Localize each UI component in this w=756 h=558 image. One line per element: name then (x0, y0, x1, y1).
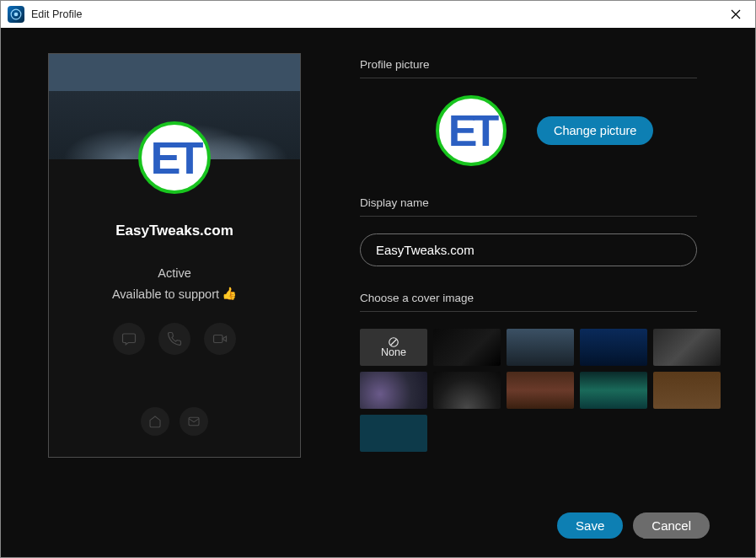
divider (360, 216, 697, 217)
footer-row (141, 407, 208, 436)
close-button[interactable] (716, 1, 755, 28)
svg-line-7 (391, 340, 397, 346)
call-button[interactable] (158, 323, 190, 355)
edit-profile-window: Edit Profile ET EasyTweaks.com Active Av… (0, 0, 756, 558)
action-row (113, 323, 236, 355)
availability-line: Available to support 👍 (112, 287, 237, 301)
chat-button[interactable] (113, 323, 145, 355)
cover-option-6[interactable] (360, 372, 427, 409)
content-area: ET EasyTweaks.com Active Available to su… (1, 28, 755, 557)
cover-option-7[interactable] (433, 372, 501, 409)
profile-picture-preview: ET (436, 95, 507, 166)
display-name-preview: EasyTweaks.com (115, 223, 233, 239)
display-name-input[interactable] (360, 233, 697, 266)
phone-icon (167, 331, 182, 346)
svg-point-1 (14, 13, 19, 17)
cover-option-4[interactable] (580, 329, 647, 366)
cover-option-5[interactable] (653, 329, 721, 366)
cover-option-11[interactable] (360, 415, 427, 452)
video-icon (212, 331, 228, 346)
close-icon (731, 9, 741, 19)
avatar-preview: ET (138, 121, 211, 194)
chat-icon (121, 331, 137, 346)
profile-picture-row: ET Change picture (360, 95, 697, 166)
home-button[interactable] (141, 407, 169, 436)
mail-button[interactable] (180, 407, 208, 436)
save-button[interactable]: Save (557, 512, 623, 539)
change-picture-button[interactable]: Change picture (537, 116, 653, 145)
window-title: Edit Profile (31, 8, 82, 20)
form-area: Profile picture ET Change picture Displa… (301, 53, 697, 537)
titlebar: Edit Profile (1, 1, 755, 28)
cover-option-8[interactable] (507, 372, 574, 409)
app-icon (8, 6, 24, 23)
profile-picture-label: Profile picture (360, 58, 697, 71)
avatar-text-form: ET (448, 109, 494, 153)
home-icon (148, 415, 162, 428)
bottom-button-bar: Save Cancel (557, 512, 710, 539)
avatar-text: ET (150, 135, 198, 180)
cover-image-grid: None (360, 329, 697, 452)
cover-image-label: Choose a cover image (360, 292, 697, 304)
video-button[interactable] (204, 323, 236, 355)
cover-option-9[interactable] (580, 372, 647, 409)
availability-text: Available to support (112, 287, 219, 301)
cover-option-10[interactable] (653, 372, 721, 409)
mail-icon (187, 415, 201, 428)
profile-preview-card: ET EasyTweaks.com Active Available to su… (48, 53, 301, 458)
divider (360, 78, 697, 78)
cancel-button[interactable]: Cancel (633, 512, 710, 539)
none-label: None (381, 346, 406, 358)
cover-option-none[interactable]: None (360, 329, 427, 366)
status-text: Active (158, 266, 191, 280)
cover-option-3[interactable] (507, 329, 574, 366)
cover-option-2[interactable] (433, 329, 501, 366)
display-name-label: Display name (360, 196, 697, 209)
svg-rect-5 (189, 417, 199, 425)
svg-rect-4 (214, 335, 223, 343)
divider (360, 311, 697, 312)
thumbs-up-icon: 👍 (222, 287, 237, 301)
